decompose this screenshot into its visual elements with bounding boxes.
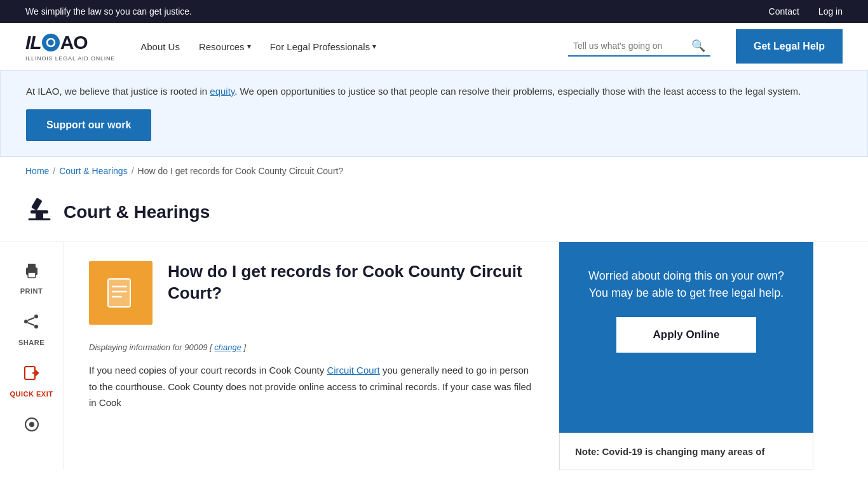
svg-rect-1 xyxy=(31,198,43,211)
logo-area: IL AO ILLINOIS LEGAL AID ONLINE xyxy=(25,32,115,62)
breadcrumb-current: How do I get records for Cook County Cir… xyxy=(138,166,344,176)
logo[interactable]: IL AO xyxy=(25,32,115,53)
svg-rect-2 xyxy=(31,210,48,214)
info-text: At ILAO, we believe that justice is root… xyxy=(26,84,842,99)
share-icon xyxy=(22,313,40,335)
info-banner: At ILAO, we believe that justice is root… xyxy=(0,71,868,157)
breadcrumb-home[interactable]: Home xyxy=(25,166,49,176)
get-legal-help-button[interactable]: Get Legal Help xyxy=(736,29,843,64)
breadcrumb-sep-2: / xyxy=(132,166,134,176)
share-action[interactable]: SHARE xyxy=(18,313,44,346)
covid-note: Note: Covid-19 is changing many areas of xyxy=(559,433,813,470)
right-sidebar: Worried about doing this on your own? Yo… xyxy=(559,242,813,470)
main-content: PRINT SHARE QUICK EXIT xyxy=(0,242,868,470)
svg-point-10 xyxy=(34,325,38,329)
article-thumbnail xyxy=(89,261,153,325)
article-header: How do I get records for Cook County Cir… xyxy=(89,261,534,325)
svg-point-16 xyxy=(29,422,34,427)
contact-link[interactable]: Contact xyxy=(769,6,799,17)
section-header: Court & Hearings xyxy=(0,185,868,242)
watch-icon xyxy=(23,416,41,438)
covid-note-text: Note: Covid-19 is changing many areas of xyxy=(575,446,764,457)
circuit-court-link[interactable]: Circuit Court xyxy=(327,365,379,376)
share-label: SHARE xyxy=(18,339,44,346)
search-input[interactable] xyxy=(573,41,688,51)
zip-info: Displaying information for 90009 [ chang… xyxy=(89,342,534,352)
svg-point-8 xyxy=(34,315,38,318)
article-area: How do I get records for Cook County Cir… xyxy=(64,242,559,470)
banner-tagline: We simplify the law so you can get justi… xyxy=(25,6,192,17)
legal-professionals-chevron-icon: ▾ xyxy=(372,42,376,51)
change-zip-link[interactable]: change xyxy=(214,342,241,352)
svg-rect-6 xyxy=(28,264,36,269)
article-text: If you need copies of your court records… xyxy=(89,362,534,411)
main-nav: About Us Resources ▾ For Legal Professio… xyxy=(140,41,543,52)
quick-exit-label: QUICK EXIT xyxy=(10,390,53,398)
banner-nav: Contact Log in xyxy=(769,6,843,17)
print-action[interactable]: PRINT xyxy=(20,261,43,295)
nav-about-us[interactable]: About Us xyxy=(140,41,180,52)
gavel-icon xyxy=(25,195,53,229)
watch-action[interactable] xyxy=(23,416,41,438)
support-work-button[interactable]: Support our work xyxy=(26,109,151,141)
apply-online-button[interactable]: Apply Online xyxy=(616,317,756,353)
svg-line-11 xyxy=(28,318,34,320)
svg-rect-17 xyxy=(108,279,130,307)
equity-link[interactable]: equity xyxy=(210,86,234,97)
svg-rect-7 xyxy=(28,273,36,278)
svg-point-9 xyxy=(24,320,28,323)
breadcrumb-category[interactable]: Court & Hearings xyxy=(59,166,127,176)
article-body: If you need copies of your court records… xyxy=(89,362,534,411)
legal-help-title: Worried about doing this on your own? Yo… xyxy=(588,268,784,302)
nav-resources[interactable]: Resources ▾ xyxy=(199,41,251,52)
svg-line-12 xyxy=(28,323,34,325)
print-label: PRINT xyxy=(20,287,43,295)
section-title: Court & Hearings xyxy=(64,202,210,222)
nav-legal-professionals[interactable]: For Legal Professionals ▾ xyxy=(270,41,377,52)
left-sidebar: PRINT SHARE QUICK EXIT xyxy=(0,242,64,470)
svg-point-0 xyxy=(47,39,55,46)
logo-subtitle: ILLINOIS LEGAL AID ONLINE xyxy=(25,55,115,62)
breadcrumb-sep-1: / xyxy=(53,166,55,176)
site-header: IL AO ILLINOIS LEGAL AID ONLINE About Us… xyxy=(0,23,868,71)
search-area: 🔍 xyxy=(568,36,710,57)
breadcrumb: Home / Court & Hearings / How do I get r… xyxy=(0,157,868,185)
resources-chevron-icon: ▾ xyxy=(247,42,251,51)
search-button[interactable]: 🔍 xyxy=(691,39,705,53)
top-banner: We simplify the law so you can get justi… xyxy=(0,0,868,23)
quick-exit-icon xyxy=(22,364,40,386)
login-link[interactable]: Log in xyxy=(818,6,843,17)
print-icon xyxy=(23,261,41,283)
quick-exit-action[interactable]: QUICK EXIT xyxy=(10,364,53,398)
legal-help-box: Worried about doing this on your own? Yo… xyxy=(559,242,813,433)
article-title: How do I get records for Cook County Cir… xyxy=(168,261,534,304)
